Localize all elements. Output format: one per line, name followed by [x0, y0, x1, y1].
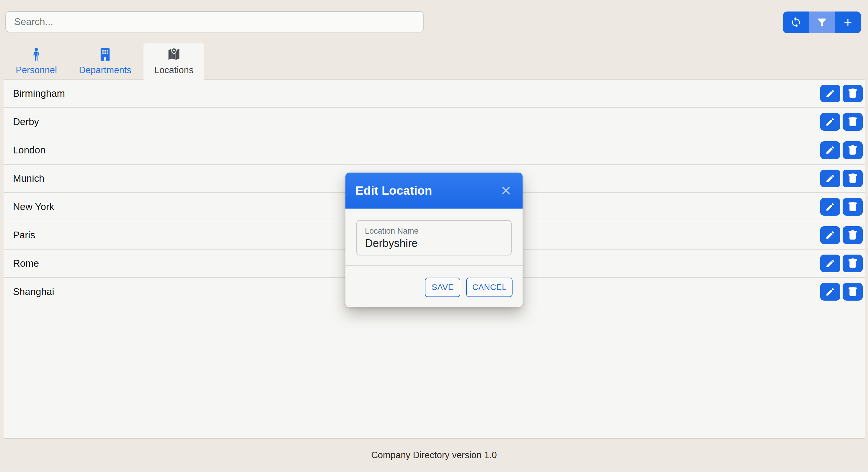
sync-icon — [790, 16, 802, 28]
search-input[interactable] — [5, 11, 424, 32]
trash-icon — [848, 202, 858, 212]
refresh-button[interactable] — [783, 11, 809, 33]
row-actions — [820, 141, 863, 159]
tab-label: Locations — [154, 65, 194, 75]
tab-bar: Personnel Departments — [6, 43, 204, 83]
edit-button[interactable] — [820, 255, 840, 272]
close-button[interactable] — [500, 184, 513, 197]
row-actions — [820, 113, 863, 131]
row-actions — [820, 226, 863, 244]
row-actions — [820, 170, 863, 187]
pencil-icon — [825, 230, 835, 240]
row-actions — [820, 198, 863, 216]
pencil-icon — [825, 259, 835, 268]
cancel-button[interactable]: CANCEL — [466, 278, 513, 297]
trash-icon — [848, 287, 858, 297]
building-icon — [97, 45, 113, 62]
location-name: Paris — [13, 230, 35, 241]
tab-label: Departments — [79, 65, 131, 75]
edit-button[interactable] — [820, 85, 840, 102]
edit-button[interactable] — [820, 283, 840, 301]
add-button[interactable] — [835, 11, 861, 33]
trash-icon — [848, 145, 858, 155]
trash-icon — [848, 230, 858, 240]
tab-label: Personnel — [16, 65, 57, 75]
pencil-icon — [825, 287, 835, 297]
edit-button[interactable] — [820, 226, 840, 244]
location-row: London — [4, 136, 865, 165]
person-icon — [29, 45, 44, 62]
pencil-icon — [825, 145, 835, 155]
trash-icon — [848, 259, 858, 268]
trash-icon — [848, 89, 858, 99]
trash-icon — [848, 117, 858, 127]
field-label: Location Name — [365, 227, 418, 235]
map-icon — [166, 45, 182, 62]
row-actions — [820, 85, 863, 102]
location-name: Derby — [13, 116, 39, 128]
delete-button[interactable] — [843, 226, 863, 244]
trash-icon — [848, 173, 858, 183]
edit-button[interactable] — [820, 198, 840, 216]
save-button[interactable]: SAVE — [425, 278, 460, 297]
location-name-field: Location Name — [356, 220, 512, 256]
location-row: Birmingham — [4, 80, 865, 108]
tab-personnel[interactable]: Personnel — [6, 43, 67, 79]
edit-location-modal: Edit Location Location Name SAVE CANCEL — [345, 173, 523, 307]
modal-title: Edit Location — [355, 184, 432, 198]
location-name-input[interactable] — [365, 237, 503, 249]
delete-button[interactable] — [843, 170, 863, 187]
tab-locations[interactable]: Locations — [144, 43, 204, 83]
location-name: Shanghai — [13, 286, 54, 297]
delete-button[interactable] — [843, 255, 863, 272]
row-actions — [820, 255, 863, 272]
pencil-icon — [825, 117, 835, 127]
tab-departments[interactable]: Departments — [75, 43, 135, 79]
modal-body: Location Name — [345, 209, 523, 265]
location-name: New York — [13, 201, 54, 212]
funnel-icon — [816, 16, 828, 28]
edit-button[interactable] — [820, 113, 840, 131]
location-name: Birmingham — [13, 88, 65, 99]
toolbar — [783, 11, 861, 33]
location-name: London — [13, 144, 45, 156]
row-actions — [820, 283, 863, 301]
delete-button[interactable] — [843, 141, 863, 159]
x-icon — [500, 185, 512, 196]
pencil-icon — [825, 173, 835, 183]
location-name: Munich — [13, 173, 44, 184]
delete-button[interactable] — [843, 85, 863, 102]
modal-header: Edit Location — [345, 173, 523, 209]
pencil-icon — [825, 202, 835, 212]
location-name: Rome — [13, 258, 39, 269]
edit-button[interactable] — [820, 141, 840, 159]
delete-button[interactable] — [843, 198, 863, 216]
plus-icon — [842, 16, 854, 28]
filter-button[interactable] — [809, 11, 835, 33]
app-version-text: Company Directory version 1.0 — [0, 450, 868, 461]
modal-footer: SAVE CANCEL — [345, 265, 523, 307]
location-row: Derby — [4, 108, 865, 136]
edit-button[interactable] — [820, 170, 840, 187]
pencil-icon — [825, 89, 835, 99]
delete-button[interactable] — [843, 283, 863, 301]
delete-button[interactable] — [843, 113, 863, 131]
